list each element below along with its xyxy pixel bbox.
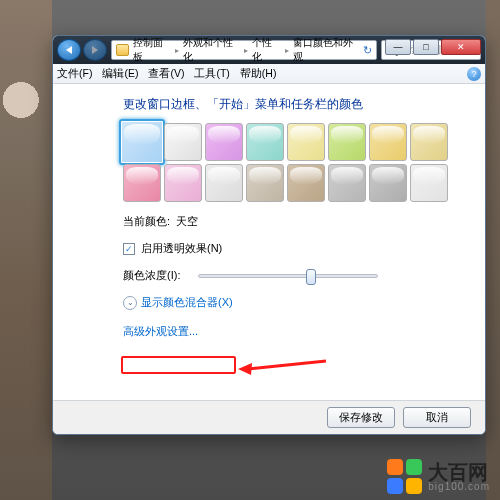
color-mixer-label: 显示颜色混合器(X)	[141, 295, 233, 310]
intensity-slider[interactable]	[198, 274, 378, 278]
color-swatch[interactable]	[246, 123, 284, 161]
menu-help[interactable]: 帮助(H)	[240, 67, 277, 81]
chevron-right-icon: ▸	[285, 46, 289, 55]
chevron-down-icon: ⌄	[123, 296, 137, 310]
menu-view[interactable]: 查看(V)	[148, 67, 184, 81]
color-mixer-toggle[interactable]: ⌄ 显示颜色混合器(X)	[123, 295, 463, 310]
breadcrumb-segment[interactable]: 控制面板	[133, 36, 171, 64]
menu-file[interactable]: 文件(F)	[57, 67, 92, 81]
color-swatch[interactable]	[410, 123, 448, 161]
breadcrumb-segment[interactable]: 外观和个性化	[183, 36, 240, 64]
intensity-label: 颜色浓度(I):	[123, 268, 180, 283]
advanced-appearance-link[interactable]: 高级外观设置...	[123, 324, 198, 339]
folder-icon	[116, 44, 129, 56]
menu-edit[interactable]: 编辑(E)	[102, 67, 138, 81]
color-swatch[interactable]	[164, 123, 202, 161]
color-swatch[interactable]	[410, 164, 448, 202]
color-swatch[interactable]	[205, 164, 243, 202]
save-button[interactable]: 保存修改	[327, 407, 395, 428]
current-color-label: 当前颜色:	[123, 214, 170, 229]
color-swatch[interactable]	[287, 164, 325, 202]
slider-thumb[interactable]	[306, 269, 316, 285]
color-swatch[interactable]	[369, 123, 407, 161]
annotation-rectangle	[121, 356, 236, 374]
color-swatch[interactable]	[328, 164, 366, 202]
watermark-url: big100.com	[428, 482, 490, 492]
color-swatch[interactable]	[369, 164, 407, 202]
color-swatch[interactable]	[287, 123, 325, 161]
close-button[interactable]: ✕	[441, 39, 481, 55]
svg-line-0	[248, 361, 326, 369]
page-heading: 更改窗口边框、「开始」菜单和任务栏的颜色	[123, 96, 463, 113]
chevron-right-icon: ▸	[175, 46, 179, 55]
svg-marker-1	[238, 363, 252, 375]
watermark-logo-icon	[387, 459, 422, 494]
cancel-button[interactable]: 取消	[403, 407, 471, 428]
nav-forward-button[interactable]	[83, 39, 107, 61]
help-icon[interactable]: ?	[467, 67, 481, 81]
minimize-button[interactable]: —	[385, 39, 411, 55]
chevron-right-icon: ▸	[244, 46, 248, 55]
color-swatch[interactable]	[123, 164, 161, 202]
content-pane: 更改窗口边框、「开始」菜单和任务栏的颜色 当前颜色: 天空 ✓ 启用透明效果(N…	[53, 84, 485, 400]
color-swatch[interactable]	[164, 164, 202, 202]
transparency-checkbox[interactable]: ✓	[123, 243, 135, 255]
transparency-label: 启用透明效果(N)	[141, 241, 222, 256]
breadcrumb-segment[interactable]: 窗口颜色和外观	[293, 36, 359, 64]
wallpaper-right	[486, 0, 500, 500]
address-bar[interactable]: 控制面板 ▸ 外观和个性化 ▸ 个性化 ▸ 窗口颜色和外观 ↻	[111, 40, 377, 60]
control-panel-window: 控制面板 ▸ 外观和个性化 ▸ 个性化 ▸ 窗口颜色和外观 ↻ 🔍 搜索控制面板…	[52, 35, 486, 435]
breadcrumb-segment[interactable]: 个性化	[252, 36, 280, 64]
color-swatch[interactable]	[246, 164, 284, 202]
menu-tools[interactable]: 工具(T)	[194, 67, 229, 81]
refresh-icon[interactable]: ↻	[363, 44, 372, 57]
annotation-arrow-icon	[238, 357, 328, 377]
wallpaper-left	[0, 0, 52, 500]
titlebar: 控制面板 ▸ 外观和个性化 ▸ 个性化 ▸ 窗口颜色和外观 ↻ 🔍 搜索控制面板…	[53, 36, 485, 64]
watermark-brand: 大百网	[428, 462, 490, 482]
menubar: 文件(F) 编辑(E) 查看(V) 工具(T) 帮助(H) ?	[53, 64, 485, 84]
color-swatch-grid	[123, 123, 463, 202]
color-swatch[interactable]	[119, 119, 165, 165]
current-color-value: 天空	[176, 214, 198, 229]
watermark: 大百网 big100.com	[387, 459, 490, 494]
nav-back-button[interactable]	[57, 39, 81, 61]
maximize-button[interactable]: □	[413, 39, 439, 55]
color-swatch[interactable]	[328, 123, 366, 161]
dialog-footer: 保存修改 取消	[53, 400, 485, 434]
color-swatch[interactable]	[205, 123, 243, 161]
